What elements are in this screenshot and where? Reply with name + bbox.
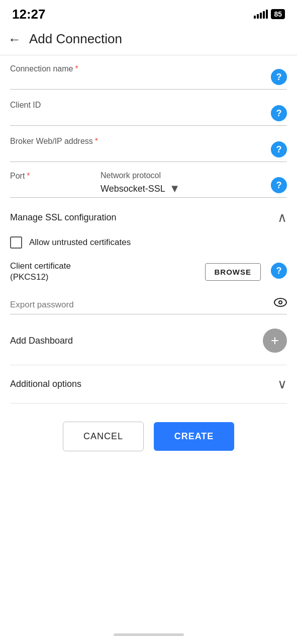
form-content: Connection name* ? Client ID ? Broker We… xyxy=(0,55,297,404)
status-time: 12:27 xyxy=(12,7,46,22)
client-id-field: Client ID ? xyxy=(10,92,287,126)
client-certificate-row: Client certificate(PKCS12) BROWSE ? xyxy=(10,257,287,291)
add-dashboard-row: Add Dashboard + xyxy=(10,316,287,365)
status-icons: 85 xyxy=(254,9,285,19)
allow-untrusted-checkbox[interactable] xyxy=(10,236,22,249)
svg-point-2 xyxy=(279,301,281,303)
client-certificate-label: Client certificate(PKCS12) xyxy=(10,261,199,283)
page-title: Add Connection xyxy=(29,31,122,47)
port-protocol-row: Port* 8081 Network protocol Websocket-SS… xyxy=(10,164,287,198)
additional-options-row: Additional options ∨ xyxy=(10,365,287,404)
add-dashboard-button[interactable]: + xyxy=(263,329,287,353)
broker-address-help-icon[interactable]: ? xyxy=(271,141,287,157)
battery-indicator: 85 xyxy=(271,9,285,19)
add-dashboard-label: Add Dashboard xyxy=(10,336,73,346)
back-button[interactable]: ← xyxy=(8,33,21,46)
client-id-label: Client ID xyxy=(10,101,267,110)
port-label: Port* xyxy=(10,172,90,181)
connection-name-label: Connection name* xyxy=(10,64,267,73)
allow-untrusted-label: Allow untrusted certificates xyxy=(29,237,131,248)
ssl-section-header: Manage SSL configuration ∧ xyxy=(10,200,287,232)
export-password-input[interactable] xyxy=(10,300,270,312)
connection-name-field: Connection name* ? xyxy=(10,55,287,90)
network-protocol-dropdown-icon[interactable]: ▼ xyxy=(169,182,180,195)
ssl-section-title: Manage SSL configuration xyxy=(10,212,116,223)
ssl-collapse-icon[interactable]: ∧ xyxy=(277,210,287,225)
additional-options-label: Additional options xyxy=(10,379,81,389)
network-protocol-value: Websocket-SSL xyxy=(101,184,165,194)
create-button[interactable]: CREATE xyxy=(154,422,234,451)
additional-options-expand-icon[interactable]: ∨ xyxy=(277,376,287,392)
allow-untrusted-row: Allow untrusted certificates xyxy=(10,232,287,257)
port-protocol-help-icon[interactable]: ? xyxy=(271,177,287,193)
broker-address-field: Broker Web/IP address* ? xyxy=(10,128,287,162)
client-certificate-help-icon[interactable]: ? xyxy=(271,263,287,279)
button-row: CANCEL CREATE xyxy=(0,404,297,471)
export-password-row xyxy=(10,291,287,314)
status-bar: 12:27 85 xyxy=(0,0,297,26)
browse-button[interactable]: BROWSE xyxy=(205,263,261,281)
connection-name-help-icon[interactable]: ? xyxy=(271,69,287,85)
network-protocol-label: Network protocol xyxy=(101,171,267,180)
client-id-input[interactable] xyxy=(10,112,267,123)
client-id-help-icon[interactable]: ? xyxy=(271,105,287,121)
broker-address-label: Broker Web/IP address* xyxy=(10,137,267,146)
broker-address-input[interactable] xyxy=(10,148,267,159)
port-input[interactable]: 8081 xyxy=(10,183,90,195)
password-toggle-icon[interactable] xyxy=(274,297,287,310)
app-bar: ← Add Connection xyxy=(0,26,297,55)
cancel-button[interactable]: CANCEL xyxy=(63,422,144,451)
connection-name-input[interactable] xyxy=(10,75,267,87)
home-indicator xyxy=(114,633,184,636)
signal-icon xyxy=(254,10,268,19)
